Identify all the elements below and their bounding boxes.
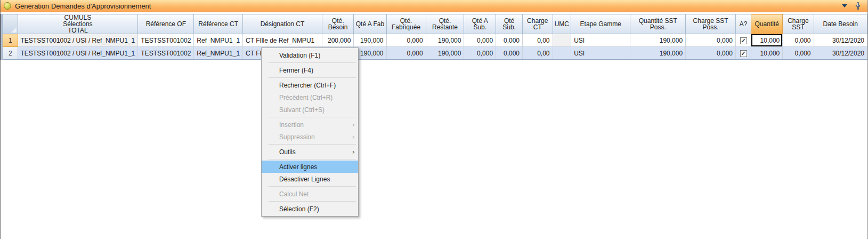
- menu-item-label: Suppression: [279, 133, 315, 141]
- cell-qte-restante[interactable]: 190,000: [426, 47, 464, 60]
- cell-qte-sub[interactable]: 0,000: [496, 34, 523, 47]
- cell-etape-gamme[interactable]: USI: [571, 34, 630, 47]
- cell-etape-gamme[interactable]: USI: [571, 47, 630, 60]
- menu-item-validation-f1[interactable]: Validation (F1): [262, 49, 358, 61]
- row-number[interactable]: 2: [3, 47, 18, 60]
- cell-qte-restante[interactable]: 190,000: [426, 34, 464, 47]
- column-header-qte-restante[interactable]: Qté. Restante: [426, 14, 464, 34]
- select-all-corner[interactable]: [3, 14, 18, 34]
- cell-qte-fabriquee[interactable]: 0,000: [386, 34, 426, 47]
- panel-title-bar: Génération Demandes d'Approvisionnement: [1, 0, 867, 12]
- cell-quantite-sst-poss[interactable]: 190,000: [630, 34, 686, 47]
- menu-item-activer-lignes[interactable]: Activer lignes: [262, 161, 358, 173]
- column-header-qte-besoin[interactable]: Qté. Besoin: [322, 14, 353, 34]
- menu-item-label: Outils: [279, 148, 296, 156]
- cell-charge-sst[interactable]: 0,000: [783, 34, 814, 47]
- menu-separator: [269, 144, 356, 145]
- menu-item-label: Précédent (Ctrl+R): [279, 94, 332, 101]
- column-header-etape-gamme[interactable]: Etape Gamme: [571, 14, 630, 34]
- cell-a[interactable]: ✓: [736, 47, 751, 60]
- cell-date-besoin[interactable]: 30/12/2020: [814, 34, 867, 47]
- chevron-down-icon[interactable]: [842, 4, 847, 7]
- menu-item-rechercher-ctrl-f[interactable]: Rechercher (Ctrl+F): [262, 79, 358, 91]
- cell-umc[interactable]: [553, 34, 571, 47]
- column-header-qte-a-fab[interactable]: Qté A Fab: [354, 14, 386, 34]
- cell-ref-ct[interactable]: Ref_NMPU1_1: [194, 47, 243, 60]
- menu-separator: [269, 62, 356, 63]
- column-header-charge-sst-poss[interactable]: Charge SST Poss.: [686, 14, 736, 34]
- column-header-designation-ct[interactable]: Désignation CT: [243, 14, 322, 34]
- menu-item-suivant-ctrl-s: Suivant (Ctrl+S): [262, 103, 358, 116]
- column-header-quantite[interactable]: Quantité: [751, 14, 783, 34]
- pin-icon[interactable]: [855, 2, 861, 10]
- menu-item-label: Sélection (F2): [279, 205, 319, 213]
- cell-cumuls[interactable]: TESTSST001002 / USI / Ref_NMPU1_1: [18, 47, 138, 60]
- cell-charge-sst-poss[interactable]: 0,000: [686, 34, 736, 47]
- cell-umc[interactable]: [553, 47, 571, 60]
- menu-item-label: Fermer (F4): [279, 67, 313, 74]
- cell-cumuls[interactable]: TESTSST001002 / USI / Ref_NMPU1_1: [18, 34, 138, 47]
- menu-item-outils[interactable]: Outils›: [262, 146, 358, 158]
- cell-ref-ct[interactable]: Ref_NMPU1_1: [194, 34, 243, 47]
- cell-a[interactable]: ✓: [736, 34, 751, 47]
- panel-title: Génération Demandes d'Approvisionnement: [15, 2, 151, 10]
- menu-item-désactiver-lignes[interactable]: Désactiver Lignes: [262, 173, 358, 185]
- column-header-a[interactable]: A?: [736, 14, 751, 34]
- cell-quantite-sst-poss[interactable]: 190,000: [630, 47, 686, 60]
- submenu-arrow-icon: ›: [352, 133, 355, 140]
- cell-ref-of[interactable]: TESTSST001002: [138, 47, 194, 60]
- column-header-qte-sub[interactable]: Qté Sub.: [496, 14, 523, 34]
- cell-quantite[interactable]: 10,000: [751, 47, 783, 60]
- column-header-charge-ct[interactable]: Charge CT: [523, 14, 553, 34]
- menu-item-label: Insertion: [279, 121, 304, 129]
- cell-charge-sst[interactable]: 0,000: [783, 47, 814, 60]
- column-header-qte-fabriquee[interactable]: Qté. Fabriquée: [386, 14, 426, 34]
- checkbox-checked-icon[interactable]: ✓: [740, 37, 747, 44]
- menu-separator: [269, 77, 356, 78]
- grid-table: CUMULS Sélections TOTALRéférence OFRéfér…: [3, 14, 867, 60]
- cell-designation-ct[interactable]: CT FIlle de Ref_NMPU1: [243, 34, 322, 47]
- column-header-date-besoin[interactable]: Date Besoin: [814, 14, 867, 34]
- column-header-umc[interactable]: UMC: [553, 14, 571, 34]
- menu-item-suppression: Suppression›: [262, 131, 358, 143]
- column-header-ref-of[interactable]: Référence OF: [138, 14, 194, 34]
- app-icon: [4, 2, 11, 10]
- corner-triangle-icon: [11, 27, 17, 33]
- table-row: 1TESTSST001002 / USI / Ref_NMPU1_1TESTSS…: [3, 34, 867, 47]
- menu-separator: [269, 186, 356, 187]
- column-header-quantite-sst-poss[interactable]: Quantité SST Poss.: [630, 14, 686, 34]
- menu-separator: [269, 201, 356, 202]
- menu-item-insertion: Insertion›: [262, 118, 358, 131]
- cell-qte-a-sub[interactable]: 0,000: [464, 47, 496, 60]
- menu-item-label: Activer lignes: [279, 163, 317, 171]
- cell-charge-ct[interactable]: 0,00: [523, 34, 553, 47]
- menu-item-label: Rechercher (Ctrl+F): [279, 82, 336, 89]
- context-menu: Validation (F1)Fermer (F4)Rechercher (Ct…: [261, 47, 359, 217]
- menu-item-sélection-f2[interactable]: Sélection (F2): [262, 203, 358, 215]
- cell-quantite[interactable]: 10,000: [751, 34, 783, 47]
- column-header-ref-ct[interactable]: Référence CT: [194, 14, 243, 34]
- cell-charge-ct[interactable]: 0,00: [523, 47, 553, 60]
- panel-window: Génération Demandes d'Approvisionnement …: [0, 0, 868, 239]
- cell-charge-sst-poss[interactable]: 0,000: [686, 47, 736, 60]
- cell-qte-a-sub[interactable]: 0,000: [464, 34, 496, 47]
- grid-header: CUMULS Sélections TOTALRéférence OFRéfér…: [3, 14, 867, 34]
- submenu-arrow-icon: ›: [352, 148, 355, 155]
- menu-item-fermer-f4[interactable]: Fermer (F4): [262, 64, 358, 76]
- column-header-qte-a-sub[interactable]: Qté A Sub.: [464, 14, 496, 34]
- cell-qte-sub[interactable]: 0,000: [496, 47, 523, 60]
- checkbox-checked-icon[interactable]: ✓: [740, 50, 747, 57]
- cell-qte-besoin[interactable]: 200,000: [322, 34, 353, 47]
- row-number[interactable]: 1: [3, 34, 18, 47]
- menu-item-calcul-net: Calcul Net: [262, 188, 358, 200]
- menu-item-label: Calcul Net: [279, 190, 309, 198]
- cell-qte-a-fab[interactable]: 190,000: [354, 47, 386, 60]
- cell-qte-fabriquee[interactable]: 0,000: [386, 47, 426, 60]
- column-header-cumuls[interactable]: CUMULS Sélections TOTAL: [18, 14, 138, 34]
- cell-date-besoin[interactable]: 30/12/2020: [814, 47, 867, 60]
- table-row: 2TESTSST001002 / USI / Ref_NMPU1_1TESTSS…: [3, 47, 867, 60]
- submenu-arrow-icon: ›: [352, 121, 355, 128]
- column-header-charge-sst[interactable]: Charge SST: [783, 14, 814, 34]
- cell-qte-a-fab[interactable]: 190,000: [354, 34, 386, 47]
- cell-ref-of[interactable]: TESTSST001002: [138, 34, 194, 47]
